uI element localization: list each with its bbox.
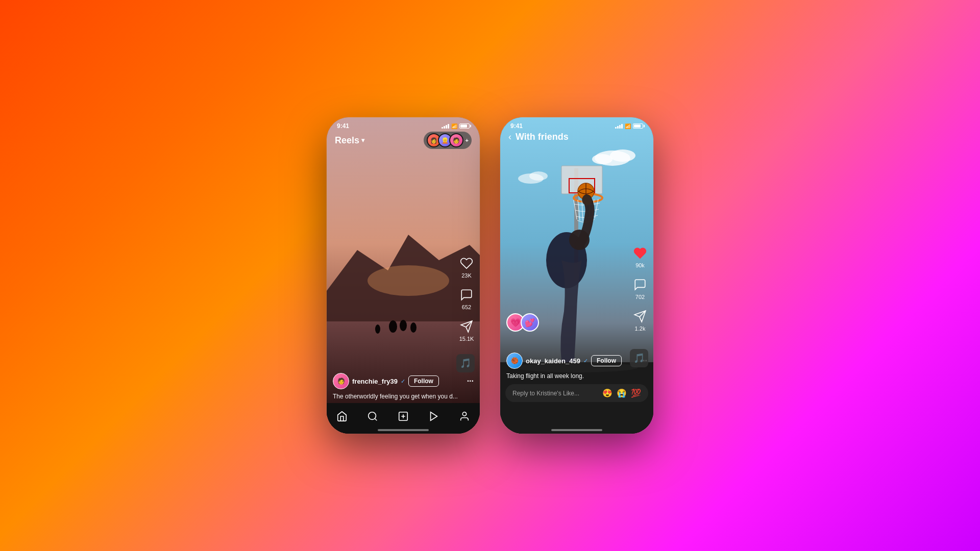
like-button-1[interactable]: 23K	[458, 255, 475, 279]
reply-placeholder: Reply to Kristine's Like...	[512, 390, 579, 397]
reels-label: Reels	[335, 135, 359, 146]
nav-reels-1[interactable]	[424, 407, 444, 425]
svg-point-20	[592, 154, 612, 164]
heart-icon-2	[632, 245, 648, 261]
svg-point-3	[389, 320, 397, 333]
share-icon-2	[632, 308, 648, 324]
signal-icon-1	[442, 123, 449, 129]
user-avatar-1[interactable]: 🧑	[333, 373, 349, 389]
user-avatar-2[interactable]: 🏀	[506, 353, 523, 369]
chevron-down-icon: ▾	[361, 137, 364, 144]
svg-point-6	[375, 324, 380, 334]
svg-point-19	[610, 149, 635, 162]
reply-bar[interactable]: Reply to Kristine's Like... 😍 😭 💯	[505, 384, 648, 402]
comment-button-2[interactable]: 702	[632, 277, 648, 300]
comment-count-1: 652	[462, 304, 471, 310]
comment-icon-2	[632, 277, 648, 293]
svg-point-5	[410, 322, 416, 333]
reels-title[interactable]: Reels ▾	[335, 135, 364, 146]
share-icon-1	[458, 318, 475, 335]
svg-marker-15	[431, 412, 437, 421]
svg-point-38	[582, 195, 592, 205]
phone2-header: ‹ With friends	[500, 132, 653, 142]
battery-icon-1	[459, 123, 470, 129]
story-avatars[interactable]: 👩 👱 🧑 +	[424, 132, 472, 149]
status-icons-1: 📶	[442, 123, 470, 129]
follow-button-2[interactable]: Follow	[591, 355, 622, 366]
status-bar-1: 9:41 📶	[327, 117, 480, 132]
music-button-2[interactable]: 🎵	[630, 349, 648, 367]
share-button-1[interactable]: 15.1K	[458, 318, 475, 342]
follow-button-1[interactable]: Follow	[408, 375, 439, 387]
wifi-icon-2: 📶	[625, 123, 631, 129]
action-buttons-1: 23K 652 15.1K	[458, 255, 475, 342]
phone-with-friends: 9:41 📶 ‹ With friends 90k	[500, 117, 653, 434]
like-count-2: 90k	[635, 262, 645, 268]
svg-line-11	[375, 418, 377, 420]
share-count-1: 15.1K	[459, 336, 474, 342]
signal-icon-2	[615, 123, 623, 129]
friend-avatar-2: 💕	[521, 313, 539, 332]
nav-profile-1[interactable]	[454, 407, 475, 425]
caption-1: The otherworldly feeling you get when yo…	[333, 392, 474, 401]
nav-search-1[interactable]	[362, 407, 383, 425]
action-buttons-2: 90k 702 1.2k	[632, 245, 648, 332]
verified-badge-2: ✓	[583, 358, 588, 364]
username-2[interactable]: okay_kaiden_459	[526, 357, 580, 365]
wifi-icon-1: 📶	[451, 123, 457, 129]
home-indicator-1	[378, 429, 429, 431]
music-button-1[interactable]: 🎵	[456, 354, 475, 372]
share-count-2: 1.2k	[635, 325, 646, 332]
home-indicator-2	[551, 429, 602, 431]
reply-emojis: 😍 😭 💯	[602, 388, 641, 398]
share-button-2[interactable]: 1.2k	[632, 308, 648, 332]
emoji-crying[interactable]: 😭	[617, 388, 627, 398]
friends-watching: 💗 💕	[506, 313, 535, 332]
user-row-2: 🏀 okay_kaiden_459 ✓ Follow ···	[506, 353, 647, 369]
emoji-100[interactable]: 💯	[631, 388, 641, 398]
like-count-1: 23K	[461, 272, 472, 279]
verified-badge-1: ✓	[401, 378, 405, 385]
battery-icon-2	[633, 123, 643, 129]
username-1[interactable]: frenchie_fry39	[352, 378, 398, 385]
status-icons-2: 📶	[615, 123, 643, 129]
phones-container: 9:41 📶 Reels ▾ 👩 👱 🧑 +	[327, 117, 653, 434]
nav-add-1[interactable]	[393, 407, 413, 425]
phone1-header: Reels ▾ 👩 👱 🧑 +	[327, 132, 480, 149]
story-avatar-3: 🧑	[449, 133, 463, 147]
svg-point-4	[400, 320, 407, 331]
svg-point-7	[368, 265, 449, 296]
like-button-2[interactable]: 90k	[632, 245, 648, 268]
phone-reels: 9:41 📶 Reels ▾ 👩 👱 🧑 +	[327, 117, 480, 434]
status-time-1: 9:41	[337, 122, 349, 130]
back-button[interactable]: ‹	[508, 132, 511, 142]
bottom-content-1: 🧑 frenchie_fry39 ✓ Follow ··· The otherw…	[327, 373, 480, 403]
svg-point-22	[529, 171, 548, 181]
emoji-heart-eyes[interactable]: 😍	[602, 388, 612, 398]
story-count: +	[465, 137, 469, 143]
comment-icon-1	[458, 287, 475, 303]
comment-button-1[interactable]: 652	[458, 287, 475, 310]
svg-point-10	[369, 412, 376, 420]
more-options-1[interactable]: ···	[467, 377, 474, 386]
nav-home-1[interactable]	[332, 407, 352, 425]
caption-2: Taking flight in all week long.	[506, 372, 647, 381]
user-row-1: 🧑 frenchie_fry39 ✓ Follow ···	[333, 373, 474, 389]
status-bar-2: 9:41 📶	[500, 117, 653, 132]
heart-icon-1	[458, 255, 475, 271]
with-friends-title: With friends	[516, 132, 569, 142]
comment-count-2: 702	[635, 294, 645, 300]
status-time-2: 9:41	[510, 122, 523, 130]
svg-point-16	[462, 412, 466, 416]
